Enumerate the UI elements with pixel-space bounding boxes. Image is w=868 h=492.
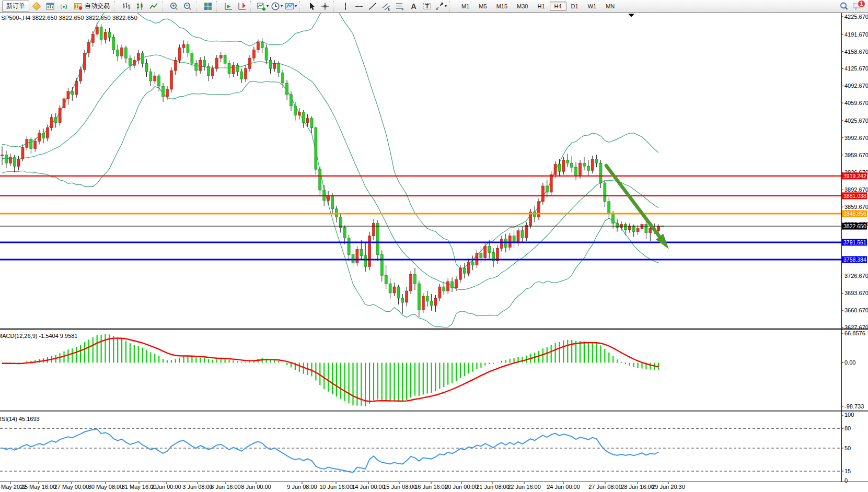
svg-text:50: 50 xyxy=(844,445,851,451)
time-axis: May 202225 May 16:0027 May 00:0030 May 0… xyxy=(0,482,868,490)
signals-icon xyxy=(59,2,68,11)
svg-text:25 May 16:00: 25 May 16:00 xyxy=(21,484,56,490)
candlestick-chart-icon xyxy=(135,2,145,11)
equidistant-channel-icon: E xyxy=(381,2,391,11)
toolbar-separator xyxy=(250,1,253,11)
insert-indicator-button[interactable]: ▾ xyxy=(256,1,269,12)
tile-windows-button[interactable] xyxy=(202,1,214,12)
fibonacci-button[interactable]: F xyxy=(394,1,406,12)
timeframe-m15[interactable]: M15 xyxy=(492,2,512,11)
svg-text:3693.670: 3693.670 xyxy=(844,290,868,296)
chart-shift-marker[interactable] xyxy=(628,14,634,17)
svg-text:14 Jun 00:00: 14 Jun 00:00 xyxy=(352,484,385,490)
text-icon: A xyxy=(409,2,418,11)
timeframe-h4[interactable]: H4 xyxy=(550,2,566,11)
price-axis: 4225.6704191.6704158.6704125.6704092.670… xyxy=(841,13,868,484)
macd-panel xyxy=(2,334,658,406)
search-icon xyxy=(839,2,849,11)
candlestick-chart-button[interactable] xyxy=(134,1,146,12)
toolbar-separator xyxy=(114,1,118,11)
timeframe-m1[interactable]: M1 xyxy=(457,2,474,11)
toolbar: 新订单自动交易▾▾▾EFAT▾M1M5M15M30H1H4D1W1MN1 xyxy=(0,0,868,13)
timeframe-m5[interactable]: M5 xyxy=(474,2,491,11)
trendline-button[interactable] xyxy=(366,1,379,12)
macd-signal-line xyxy=(2,338,658,402)
svg-text:80: 80 xyxy=(844,425,851,431)
svg-text:4158.670: 4158.670 xyxy=(844,49,868,55)
auto-scroll-icon xyxy=(224,2,233,11)
auto-scroll-button[interactable] xyxy=(222,1,235,12)
price-badge: 3822.650 xyxy=(842,222,867,229)
svg-text:4125.670: 4125.670 xyxy=(844,65,868,72)
chevron-down-icon: ▾ xyxy=(445,4,447,8)
timeframe-w1[interactable]: W1 xyxy=(583,2,601,11)
crosshair-icon xyxy=(320,2,330,11)
bollinger-lower-line xyxy=(2,81,658,327)
auto-trading-button[interactable]: 自动交易 xyxy=(71,1,112,12)
svg-text:3758.384: 3758.384 xyxy=(843,256,866,263)
new-chart-button[interactable] xyxy=(44,1,56,12)
price-badge: 3758.384 xyxy=(842,256,867,263)
arrows-button[interactable]: ▾ xyxy=(434,1,447,12)
zoom-out-button[interactable] xyxy=(181,1,194,12)
candlestick-series xyxy=(1,22,660,317)
price-badge: 3791.561 xyxy=(842,239,867,245)
svg-text:4092.670: 4092.670 xyxy=(844,83,868,89)
trendline-icon xyxy=(368,2,377,11)
periods-button[interactable]: ▾ xyxy=(270,1,283,12)
templates-button[interactable]: ▾ xyxy=(284,1,297,12)
chart-shift-button[interactable] xyxy=(236,1,248,12)
svg-text:8 Jun 00:00: 8 Jun 00:00 xyxy=(241,484,271,490)
notification-badge: 1 xyxy=(858,0,865,8)
text-button[interactable]: A xyxy=(407,1,420,12)
crosshair-button[interactable] xyxy=(319,1,331,12)
chart-window: SP500-,H4 3822.650 3822.650 3822.650 382… xyxy=(0,13,868,492)
svg-text:A: A xyxy=(411,2,416,10)
timeframe-m30[interactable]: M30 xyxy=(512,2,533,11)
zoom-in-button[interactable] xyxy=(168,1,180,12)
cursor-icon xyxy=(307,2,316,11)
svg-text:0: 0 xyxy=(844,477,848,484)
text-label-button[interactable]: T xyxy=(421,1,433,12)
svg-text:3881.038: 3881.038 xyxy=(843,193,866,199)
svg-text:3660.670: 3660.670 xyxy=(844,307,868,313)
line-chart-button[interactable] xyxy=(147,1,160,12)
toolbar-separator xyxy=(299,1,303,11)
bar-chart-button[interactable] xyxy=(120,1,133,12)
rsi-label: RSI(14) 45.1693 xyxy=(0,416,40,422)
fibonacci-icon: F xyxy=(395,2,404,11)
new-order-button[interactable]: 新订单 xyxy=(2,1,29,12)
timeframe-h1[interactable]: H1 xyxy=(533,2,549,11)
chart-canvas: SP500-,H4 3822.650 3822.650 3822.650 382… xyxy=(0,13,868,492)
svg-text:30 May 08:00: 30 May 08:00 xyxy=(88,484,123,490)
svg-text:16 Jun 16:00: 16 Jun 16:00 xyxy=(414,484,448,490)
timeframe-d1[interactable]: D1 xyxy=(566,2,583,11)
timeframe-mn[interactable]: MN xyxy=(601,2,619,11)
market-watch-button[interactable] xyxy=(30,1,43,12)
svg-text:3 Jun 08:00: 3 Jun 08:00 xyxy=(182,484,213,490)
svg-text:10 Jun 16:00: 10 Jun 16:00 xyxy=(319,484,353,490)
price-badge: 3846.856 xyxy=(842,210,867,217)
bollinger-upper-line xyxy=(2,13,658,268)
svg-text:15 Jun 08:00: 15 Jun 08:00 xyxy=(383,484,416,490)
svg-text:3919.242: 3919.242 xyxy=(843,173,866,179)
chat-button[interactable]: 1 xyxy=(851,1,864,12)
text-label-icon: T xyxy=(422,2,432,11)
trend-arrow[interactable] xyxy=(606,166,669,249)
horizontal-line-icon xyxy=(354,2,364,11)
svg-text:3992.670: 3992.670 xyxy=(844,135,868,141)
toolbar-separator xyxy=(449,1,453,11)
price-badge: 3919.242 xyxy=(842,172,867,179)
price-badge: 3881.038 xyxy=(842,192,867,199)
cursor-button[interactable] xyxy=(305,1,318,12)
svg-text:100: 100 xyxy=(844,412,854,418)
signals-button[interactable] xyxy=(57,1,70,12)
equidistant-channel-button[interactable]: E xyxy=(380,1,392,12)
svg-text:0.00: 0.00 xyxy=(844,359,855,366)
chevron-down-icon: ▾ xyxy=(295,4,297,8)
new-chart-icon xyxy=(45,2,55,11)
horizontal-line-button[interactable] xyxy=(353,1,365,12)
vertical-line-button[interactable] xyxy=(339,1,352,12)
search-button[interactable] xyxy=(838,1,850,12)
insert-indicator-icon xyxy=(257,2,266,11)
